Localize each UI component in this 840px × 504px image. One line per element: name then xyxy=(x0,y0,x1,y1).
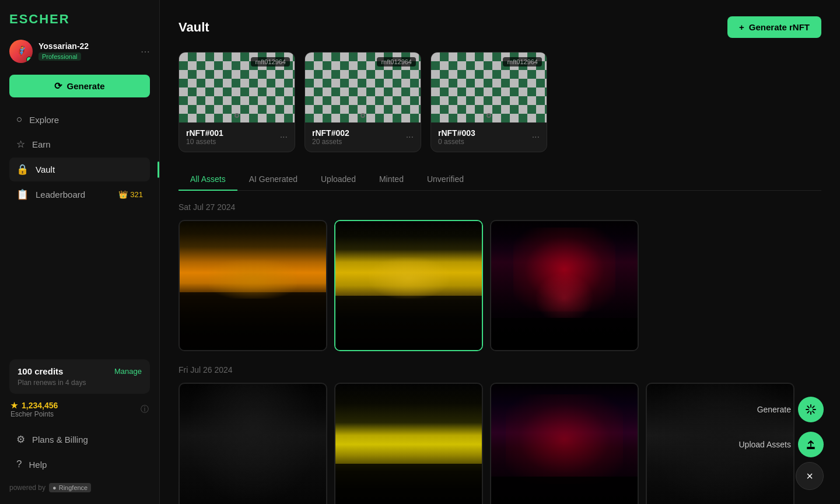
powered-by: powered by ● Ringfence xyxy=(9,483,150,492)
sidebar-item-vault[interactable]: 🔒 Vault xyxy=(9,158,150,181)
credits-count: 100 credits xyxy=(18,366,63,376)
avatar-online-badge xyxy=(26,57,32,62)
sidebar-item-label-earn: Earn xyxy=(32,139,51,149)
close-icon: × xyxy=(806,470,813,483)
date-label-jul26: Fri Jul 26 2024 xyxy=(178,365,821,374)
generate-rnft-icon: + xyxy=(739,22,744,32)
asset-card-3[interactable] xyxy=(490,220,639,351)
sidebar-item-explore[interactable]: ○ Explore xyxy=(9,108,150,131)
sidebar-item-plans[interactable]: ⚙ Plans & Billing xyxy=(9,428,150,452)
tab-minted[interactable]: Minted xyxy=(368,169,415,191)
asset-card-4[interactable] xyxy=(178,383,327,504)
asset-card-2[interactable] xyxy=(334,220,483,351)
tab-uploaded[interactable]: Uploaded xyxy=(309,169,368,191)
user-row: 🦸 Yossarian-22 Professional ⋯ xyxy=(9,40,150,63)
rnft-002-assets: 20 assets xyxy=(312,138,349,146)
rnft-card-002[interactable]: rnft012964 rNFT#002 20 assets ··· xyxy=(304,52,421,152)
main-content: Vault + Generate rNFT rnft012964 rNFT#00… xyxy=(160,0,840,504)
bottom-nav: ⚙ Plans & Billing ? Help xyxy=(9,428,150,476)
fab-generate-button[interactable] xyxy=(798,397,824,422)
sidebar-item-label-help: Help xyxy=(29,460,47,470)
rnft-003-indicator xyxy=(487,113,491,118)
leaderboard-score: 321 xyxy=(130,190,143,199)
nav-items: ○ Explore ☆ Earn 🔒 Vault 📋 Leaderboard 👑… xyxy=(9,108,150,206)
sidebar-item-leaderboard[interactable]: 📋 Leaderboard 👑 321 xyxy=(9,183,150,206)
asset-card-5[interactable] xyxy=(334,383,483,504)
ringfence-logo: ● Ringfence xyxy=(49,483,91,492)
tab-unverified[interactable]: Unverified xyxy=(415,169,475,191)
user-info: Yossarian-22 Professional xyxy=(38,41,135,61)
help-icon: ? xyxy=(16,459,22,470)
app-logo: ESCHER xyxy=(9,12,150,27)
asset-tabs: All Assets AI Generated Uploaded Minted … xyxy=(178,169,821,191)
ringfence-dot: ● xyxy=(52,484,57,491)
crown-icon: 👑 xyxy=(118,190,128,199)
fab-close-button[interactable]: × xyxy=(796,462,824,490)
plans-icon: ⚙ xyxy=(16,433,25,446)
tab-all-assets[interactable]: All Assets xyxy=(178,169,237,191)
fab-generate-icon xyxy=(805,404,817,415)
fab-generate-row: Generate xyxy=(757,397,824,422)
sidebar-item-help[interactable]: ? Help xyxy=(9,453,150,476)
user-menu-dots[interactable]: ⋯ xyxy=(141,46,150,57)
leaderboard-icon: 📋 xyxy=(16,188,29,201)
star-icon: ★ xyxy=(10,401,18,410)
points-value: ★ 1,234,456 xyxy=(10,401,58,410)
sidebar-item-label-leaderboard: Leaderboard xyxy=(36,190,85,200)
generate-rnft-label: Generate rNFT xyxy=(749,22,810,32)
sidebar: ESCHER 🦸 Yossarian-22 Professional ⋯ ⟳ G… xyxy=(0,0,160,504)
rnft-002-more-button[interactable]: ··· xyxy=(406,132,414,142)
rnft-001-badge: rnft012964 xyxy=(251,57,290,66)
fab-upload-button[interactable] xyxy=(798,432,824,457)
assets-grid-jul27 xyxy=(178,220,821,351)
rnft-cards-row: rnft012964 rNFT#001 10 assets ··· rnft01… xyxy=(178,52,821,152)
user-tier-badge: Professional xyxy=(38,52,81,61)
explore-icon: ○ xyxy=(16,114,22,125)
sidebar-item-label-explore: Explore xyxy=(29,115,59,125)
rnft-001-assets: 10 assets xyxy=(186,138,223,146)
fab-upload-row: Upload Assets xyxy=(739,432,824,457)
tab-ai-generated[interactable]: AI Generated xyxy=(237,169,309,191)
sidebar-item-earn[interactable]: ☆ Earn xyxy=(9,132,150,156)
powered-by-label: powered by xyxy=(9,484,46,492)
plan-renew-text: Plan renews in 4 days xyxy=(18,379,142,387)
rnft-003-badge: rnft012964 xyxy=(503,57,542,66)
rnft-card-001[interactable]: rnft012964 rNFT#001 10 assets ··· xyxy=(178,52,295,152)
points-info-icon[interactable]: ⓘ xyxy=(141,404,149,415)
rnft-001-more-button[interactable]: ··· xyxy=(280,132,288,142)
fab-generate-label: Generate xyxy=(757,405,791,414)
avatar: 🦸 xyxy=(9,40,33,63)
sidebar-item-label-vault: Vault xyxy=(36,164,55,174)
fab-upload-label: Upload Assets xyxy=(739,440,792,449)
rnft-003-info: rNFT#003 0 assets ··· xyxy=(431,123,547,152)
page-title: Vault xyxy=(178,20,209,35)
generate-button[interactable]: ⟳ Generate xyxy=(9,75,150,97)
asset-card-6[interactable] xyxy=(490,383,639,504)
generate-label: Generate xyxy=(66,81,104,91)
fab-container: Generate Upload Assets xyxy=(739,397,824,457)
user-name: Yossarian-22 xyxy=(38,41,135,51)
fab-upload-icon xyxy=(805,439,817,450)
rnft-002-badge: rnft012964 xyxy=(377,57,416,66)
asset-card-1[interactable] xyxy=(178,220,327,351)
rnft-003-name: rNFT#003 xyxy=(438,128,475,138)
generate-rnft-button[interactable]: + Generate rNFT xyxy=(727,16,821,38)
rnft-003-more-button[interactable]: ··· xyxy=(532,132,540,142)
rnft-002-info: rNFT#002 20 assets ··· xyxy=(305,123,421,152)
sidebar-item-label-plans: Plans & Billing xyxy=(32,435,88,444)
manage-link[interactable]: Manage xyxy=(114,367,142,376)
generate-icon: ⟳ xyxy=(54,80,62,92)
leaderboard-badge: 👑 321 xyxy=(118,190,143,199)
rnft-001-thumb: rnft012964 xyxy=(179,52,295,123)
main-header: Vault + Generate rNFT xyxy=(178,16,821,38)
points-row: ★ 1,234,456 Escher Points ⓘ xyxy=(9,401,150,418)
assets-grid-jul26 xyxy=(178,383,821,504)
rnft-003-thumb: rnft012964 xyxy=(431,52,547,123)
date-label-jul27: Sat Jul 27 2024 xyxy=(178,202,821,212)
rnft-001-name: rNFT#001 xyxy=(186,128,223,138)
rnft-card-003[interactable]: rnft012964 rNFT#003 0 assets ··· xyxy=(430,52,547,152)
points-number: 1,234,456 xyxy=(22,401,58,410)
earn-icon: ☆ xyxy=(16,138,25,150)
credits-box: 100 credits Manage Plan renews in 4 days xyxy=(9,359,150,394)
rnft-002-indicator xyxy=(360,113,365,118)
